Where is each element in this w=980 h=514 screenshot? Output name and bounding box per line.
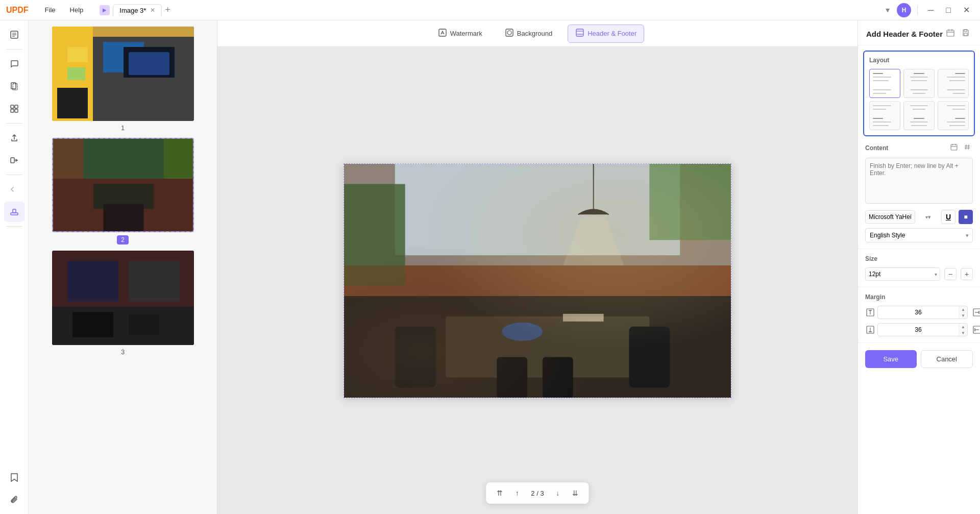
- dropdown-btn[interactable]: ▾: [883, 5, 893, 15]
- thumb-img-2[interactable]: [52, 138, 194, 232]
- layout-option-4[interactable]: [869, 101, 900, 130]
- close-btn[interactable]: ✕: [959, 3, 974, 17]
- tab-add-btn[interactable]: +: [165, 5, 170, 15]
- page-indicator: 2 / 3: [527, 489, 548, 497]
- right-panel-header: Add Header & Footer: [858, 20, 980, 45]
- header-footer-icon: [575, 28, 584, 39]
- sidebar-export-icon[interactable]: [4, 128, 24, 148]
- svg-rect-45: [344, 164, 731, 398]
- background-label: Background: [517, 30, 552, 37]
- current-page: 2: [531, 489, 534, 497]
- margin-top-down-btn[interactable]: ▼: [959, 312, 967, 319]
- size-select[interactable]: 8pt 9pt 10pt 11pt 12pt 14pt 16pt 18pt: [865, 267, 940, 281]
- style-select[interactable]: English Style Chinese Style Custom: [865, 228, 973, 242]
- watermark-btn[interactable]: Watermark: [431, 25, 489, 42]
- bold-color-btn[interactable]: ■: [959, 210, 973, 224]
- tab-close-btn[interactable]: ✕: [150, 7, 155, 14]
- panel-save-icon[interactable]: [960, 28, 972, 40]
- content-textarea[interactable]: [865, 158, 973, 204]
- thumbnail-3[interactable]: 3: [35, 251, 211, 356]
- svg-rect-10: [11, 158, 14, 163]
- svg-rect-6: [11, 105, 14, 108]
- margin-bottom-input[interactable]: 36: [878, 324, 959, 335]
- thumbnail-2[interactable]: 2: [35, 138, 211, 244]
- svg-rect-26: [53, 139, 83, 179]
- margin-right-icon: [972, 307, 980, 317]
- underline-btn[interactable]: U: [941, 210, 955, 224]
- menu-help[interactable]: Help: [64, 4, 90, 16]
- sidebar-separator-3: [7, 175, 22, 175]
- first-page-btn[interactable]: ⇈: [492, 485, 507, 501]
- content-section: Content Microsoft YaHei: [858, 136, 980, 249]
- thumb-badge-2: 2: [117, 235, 129, 244]
- margin-bottom-item: 36 ▲ ▼: [865, 323, 968, 336]
- svg-rect-64: [964, 33, 967, 36]
- header-footer-label: Header & Footer: [587, 30, 636, 37]
- svg-rect-22: [129, 52, 169, 75]
- thumb-img-3[interactable]: [52, 251, 194, 345]
- cancel-button[interactable]: Cancel: [921, 350, 973, 368]
- sidebar-organize-icon[interactable]: [4, 99, 24, 119]
- margin-top-input[interactable]: 36: [878, 307, 959, 318]
- app-logo: UPDF: [6, 6, 29, 15]
- layout-option-1[interactable]: [869, 69, 900, 98]
- panel-calendar-icon[interactable]: [944, 28, 957, 40]
- next-page-btn[interactable]: ↓: [550, 485, 566, 501]
- sidebar-separator-1: [7, 49, 22, 50]
- margin-bottom-down-btn[interactable]: ▼: [959, 330, 967, 336]
- prev-page-btn[interactable]: ↑: [509, 485, 525, 501]
- svg-rect-48: [344, 184, 405, 285]
- menu-file[interactable]: File: [39, 4, 62, 16]
- sidebar-bookmark-icon[interactable]: [4, 467, 24, 487]
- background-icon: [505, 28, 514, 39]
- font-row: Microsoft YaHei ▾ U ■: [865, 210, 973, 224]
- svg-rect-46: [344, 164, 731, 265]
- thumbnail-1[interactable]: 1: [35, 27, 211, 132]
- margin-top-up-btn[interactable]: ▲: [959, 306, 967, 312]
- doc-area: ⇈ ↑ 2 / 3 ↓ ⇊: [217, 47, 857, 514]
- svg-rect-39: [506, 29, 513, 36]
- right-panel: Add Header & Footer Layout: [857, 20, 980, 514]
- minimize-btn[interactable]: ─: [924, 4, 938, 17]
- sidebar-stamp-icon[interactable]: [4, 202, 24, 222]
- sidebar-edit-icon[interactable]: [4, 25, 24, 45]
- header-footer-btn[interactable]: Header & Footer: [568, 25, 644, 43]
- sidebar-comment-icon[interactable]: [4, 54, 24, 74]
- size-increase-btn[interactable]: +: [961, 268, 973, 280]
- margin-bottom-up-btn[interactable]: ▲: [959, 324, 967, 330]
- sidebar-pages-icon[interactable]: [4, 76, 24, 96]
- margin-top-icon: [865, 307, 875, 317]
- last-page-btn[interactable]: ⇊: [568, 485, 583, 501]
- sidebar-separator-4: [7, 226, 22, 227]
- doc-page-image: [344, 164, 731, 398]
- tab-image3[interactable]: Image 3* ✕: [113, 4, 162, 16]
- layout-option-2[interactable]: [903, 69, 935, 98]
- svg-rect-29: [103, 204, 143, 231]
- tab-bar: ▶ Image 3* ✕ +: [100, 4, 883, 16]
- panel-header-actions: [944, 28, 972, 40]
- layout-option-6[interactable]: [938, 101, 969, 130]
- content-hash-icon[interactable]: [962, 142, 973, 154]
- size-row: 8pt 9pt 10pt 11pt 12pt 14pt 16pt 18pt − …: [865, 267, 973, 281]
- layout-option-3[interactable]: [938, 69, 969, 98]
- sidebar-toggle-btn[interactable]: [4, 179, 24, 200]
- font-family-select[interactable]: Microsoft YaHei: [865, 210, 915, 224]
- right-panel-title: Add Header & Footer: [866, 30, 943, 38]
- left-sidebar: [0, 20, 29, 514]
- svg-rect-47: [395, 164, 680, 255]
- user-avatar[interactable]: H: [897, 3, 911, 17]
- save-button[interactable]: Save: [865, 350, 917, 368]
- svg-rect-25: [83, 139, 164, 179]
- layout-option-5[interactable]: [903, 101, 935, 130]
- thumbnail-panel: 1 2: [29, 20, 217, 514]
- sidebar-attachment-icon[interactable]: [4, 489, 24, 510]
- svg-rect-44: [344, 164, 731, 398]
- size-decrease-btn[interactable]: −: [944, 268, 957, 280]
- margin-title: Margin: [865, 293, 973, 301]
- margin-top-stepper: ▲ ▼: [959, 306, 967, 319]
- content-calendar-icon[interactable]: [948, 142, 960, 154]
- thumb-img-1[interactable]: [52, 27, 194, 121]
- background-btn[interactable]: Background: [498, 25, 559, 42]
- sidebar-convert-icon[interactable]: [4, 150, 24, 170]
- maximize-btn[interactable]: □: [942, 4, 955, 17]
